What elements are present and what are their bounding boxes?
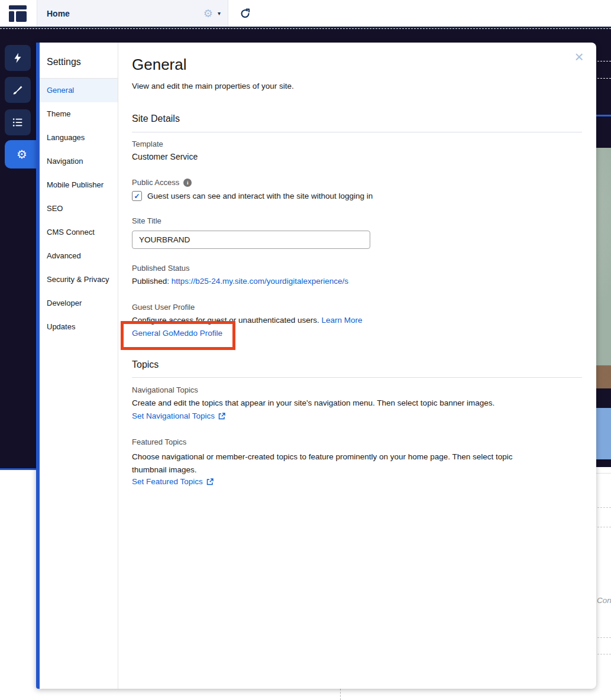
public-access-label: Public Access	[132, 178, 179, 187]
set-featured-topics-link[interactable]: Set Featured Topics	[132, 477, 203, 486]
canvas-selection-line-left	[0, 468, 36, 470]
guest-profile-desc-text: Configure access for guest or unauthenti…	[132, 316, 321, 325]
rail-theme-button[interactable]	[5, 77, 31, 103]
template-label: Template	[132, 140, 163, 148]
template-value: Customer Service	[132, 152, 198, 161]
published-status-label: Published Status	[132, 264, 190, 273]
settings-nav-item-general[interactable]: General	[40, 79, 118, 102]
page-subtitle: View and edit the main properties of you…	[132, 82, 294, 90]
experience-builder-window: Con Home ⚙ ▾	[0, 0, 611, 700]
section-divider	[132, 377, 582, 378]
page-gear-icon: ⚙	[203, 8, 213, 19]
navigational-topics-description: Create and edit the topics that appear i…	[132, 398, 494, 407]
builder-top-bar: Home ⚙ ▾	[0, 0, 611, 28]
layout-template-icon	[8, 5, 27, 22]
settings-panel-title: Settings	[47, 57, 81, 67]
settings-nav-divider	[118, 43, 118, 689]
current-page-name: Home	[47, 9, 70, 18]
public-access-checkbox[interactable]: ✓	[132, 191, 142, 201]
lightning-icon	[12, 53, 23, 63]
featured-topics-description: Choose navigational or member-created to…	[132, 451, 546, 477]
page-selector[interactable]: Home ⚙ ▾	[37, 0, 228, 27]
settings-nav-item-developer[interactable]: Developer	[40, 291, 118, 315]
published-prefix: Published:	[132, 277, 172, 286]
published-status-line: Published: https://b25-24.my.site.com/yo…	[132, 277, 348, 286]
settings-nav-item-advanced[interactable]: Advanced	[40, 244, 118, 268]
canvas-dropzone-divider	[0, 28, 611, 29]
settings-nav-item-mobile-publisher[interactable]: Mobile Publisher	[40, 173, 118, 197]
close-button[interactable]: ×	[571, 48, 587, 65]
public-access-checkbox-row: ✓ Guest users can see and interact with …	[132, 191, 373, 201]
guest-profile-link[interactable]: General GoMeddo Profile	[132, 329, 222, 338]
info-icon[interactable]: i	[183, 179, 192, 187]
canvas-guide-line	[340, 689, 341, 700]
refresh-icon	[240, 8, 251, 20]
public-access-checkbox-text: Guest users can see and interact with th…	[147, 192, 373, 200]
set-featured-topics-row: Set Featured Topics	[132, 477, 214, 486]
public-access-row: Public Access i	[132, 178, 192, 187]
page-title: General	[132, 54, 187, 74]
rail-components-button[interactable]	[5, 45, 31, 71]
canvas-text-fragment: Con	[597, 596, 611, 608]
chevron-down-icon: ▾	[218, 11, 221, 17]
settings-nav-item-updates[interactable]: Updates	[40, 315, 118, 339]
rail-settings-button-active[interactable]: ⚙	[5, 140, 39, 168]
guest-user-profile-label: Guest User Profile	[132, 303, 195, 312]
list-icon	[12, 117, 23, 128]
settings-panel: Settings General Theme Languages Navigat…	[36, 43, 596, 689]
settings-nav-item-seo[interactable]: SEO	[40, 197, 118, 221]
builder-logo-button[interactable]	[7, 4, 28, 23]
navigational-topics-label: Navigational Topics	[132, 385, 198, 394]
topics-heading: Topics	[132, 359, 159, 370]
learn-more-link[interactable]: Learn More	[321, 316, 362, 325]
settings-nav-item-navigation[interactable]: Navigation	[40, 150, 118, 173]
featured-topics-label: Featured Topics	[132, 438, 186, 446]
external-link-icon	[206, 478, 214, 485]
site-details-heading: Site Details	[132, 114, 180, 124]
settings-nav-item-cms-connect[interactable]: CMS Connect	[40, 221, 118, 244]
section-divider	[132, 132, 582, 132]
set-navigational-topics-link[interactable]: Set Navigational Topics	[132, 411, 215, 420]
settings-gear-icon: ⚙	[17, 148, 27, 160]
settings-nav-item-languages[interactable]: Languages	[40, 126, 118, 150]
set-navigational-topics-row: Set Navigational Topics	[132, 411, 225, 420]
page-settings-button[interactable]: ⚙ ▾	[203, 8, 221, 19]
close-icon: ×	[574, 49, 583, 64]
site-title-label: Site Title	[132, 216, 161, 225]
settings-nav-item-security-privacy[interactable]: Security & Privacy	[40, 268, 118, 291]
external-link-icon	[218, 413, 225, 420]
settings-nav: General Theme Languages Navigation Mobil…	[40, 78, 118, 339]
paintbrush-icon	[12, 85, 23, 95]
guest-profile-description: Configure access for guest or unauthenti…	[132, 316, 362, 325]
settings-nav-item-theme[interactable]: Theme	[40, 102, 118, 126]
site-title-input[interactable]	[132, 231, 370, 249]
refresh-button[interactable]	[232, 0, 259, 27]
rail-pages-button[interactable]	[5, 109, 31, 135]
published-url-link[interactable]: https://b25-24.my.site.com/yourdigitalex…	[172, 277, 348, 286]
